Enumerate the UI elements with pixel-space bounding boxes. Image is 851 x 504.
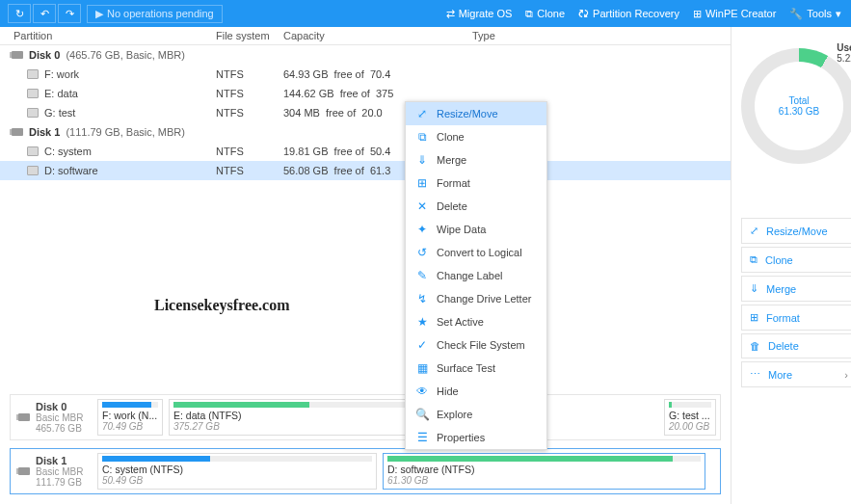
disk-icon (18, 467, 30, 475)
action-icon: ⊞ (750, 311, 758, 324)
action-icon: ⋯ (750, 368, 760, 381)
ctx-icon: ✦ (415, 223, 429, 236)
migrate-os-button[interactable]: ⇄Migrate OS (446, 8, 513, 20)
action-icon: 🗑 (750, 340, 760, 352)
ctx-properties[interactable]: ☰Properties (406, 426, 546, 449)
ctx-icon: ⇓ (415, 153, 429, 167)
chevron-right-icon: › (844, 369, 848, 381)
clone-button[interactable]: ⧉Clone (525, 8, 565, 20)
ctx-change-drive-letter[interactable]: ↯Change Drive Letter (406, 287, 546, 310)
chevron-down-icon: ▾ (836, 8, 841, 20)
action-clone[interactable]: ⧉Clone (741, 247, 851, 273)
col-filesystem: File system (216, 30, 283, 41)
ctx-icon: ★ (415, 315, 429, 329)
ctx-icon: ▦ (415, 361, 429, 375)
ctx-wipe-data[interactable]: ✦Wipe Data (406, 218, 546, 241)
partition-row[interactable]: C: system NTFS 19.81 GB free of 50.4 Act… (0, 142, 731, 161)
ctx-icon: ✎ (415, 269, 429, 282)
ctx-delete[interactable]: ✕Delete (406, 195, 546, 218)
clone-icon: ⧉ (525, 8, 533, 20)
watermark: Licensekeysfree.com (154, 297, 290, 314)
ctx-format[interactable]: ⊞Format (406, 172, 546, 195)
ctx-set-active[interactable]: ★Set Active (406, 310, 546, 333)
partition-icon (27, 108, 39, 118)
disk-icon (18, 413, 30, 421)
refresh-button[interactable]: ↻ (8, 4, 31, 23)
winpe-creator-button[interactable]: ⊞WinPE Creator (693, 8, 776, 20)
recovery-icon: 🗘 (578, 8, 589, 19)
ctx-clone[interactable]: ⧉Clone (406, 125, 546, 148)
ctx-icon: ⊞ (415, 176, 429, 190)
ctx-icon: ✓ (415, 338, 429, 352)
usage-donut: Used5.22 GB Total61.30 GB (741, 48, 851, 164)
ctx-icon: ↯ (415, 292, 429, 305)
ctx-resize-move[interactable]: ⤢Resize/Move (406, 102, 546, 125)
ctx-icon: 🔍 (415, 408, 429, 421)
ctx-check-file-system[interactable]: ✓Check File System (406, 333, 546, 357)
bar-partition[interactable]: G: test ...20.00 GB (664, 399, 716, 436)
ctx-icon: ⧉ (415, 130, 429, 144)
ctx-explore[interactable]: 🔍Explore (406, 403, 546, 426)
table-header: Partition File system Capacity Type (0, 27, 731, 45)
partition-icon (27, 69, 39, 79)
wrench-icon: 🔧 (789, 8, 803, 20)
ctx-surface-test[interactable]: ▦Surface Test (406, 357, 546, 380)
disk-map: Disk 0Basic MBR465.76 GB F: work (N...70… (0, 388, 731, 504)
action-more[interactable]: ⋯More› (741, 361, 851, 387)
ctx-icon: ☰ (415, 431, 429, 444)
context-menu: ⤢Resize/Move⧉Clone⇓Merge⊞Format✕Delete✦W… (405, 101, 547, 450)
ctx-merge[interactable]: ⇓Merge (406, 148, 546, 172)
ctx-change-label[interactable]: ✎Change Label (406, 264, 546, 287)
ctx-icon: 👁 (415, 385, 429, 398)
toolbar: ↻ ↶ ↷ ▶No operations pending ⇄Migrate OS… (0, 0, 851, 27)
tools-button[interactable]: 🔧Tools▾ (789, 8, 841, 20)
ctx-convert-to-logical[interactable]: ↺Convert to Logical (406, 241, 546, 264)
action-resize-move[interactable]: ⤢Resize/Move (741, 218, 851, 244)
quick-actions: ⤢Resize/Move⧉Clone⇓Merge⊞Format🗑Delete⋯M… (741, 218, 851, 387)
ctx-icon: ⤢ (415, 107, 429, 120)
pending-ops[interactable]: ▶No operations pending (87, 5, 223, 23)
windows-icon: ⊞ (693, 8, 702, 20)
partition-row[interactable]: E: data NTFS 144.62 GB free of 375 (0, 84, 731, 103)
side-panel: Used5.22 GB Total61.30 GB ⤢Resize/Move⧉C… (731, 27, 851, 504)
col-type: Type (472, 30, 731, 41)
col-partition: Partition (13, 30, 216, 41)
partition-icon (27, 146, 39, 156)
disk-icon (12, 51, 23, 59)
disk-row[interactable]: Disk 1 (111.79 GB, Basic, MBR) (0, 122, 731, 142)
disk-map-row[interactable]: Disk 1Basic MBR111.79 GB C: system (NTFS… (10, 448, 721, 494)
action-icon: ⤢ (750, 225, 758, 237)
migrate-icon: ⇄ (446, 8, 455, 20)
action-merge[interactable]: ⇓Merge (741, 276, 851, 302)
partition-recovery-button[interactable]: 🗘Partition Recovery (578, 8, 679, 19)
bar-partition[interactable]: F: work (N...70.49 GB (97, 399, 163, 436)
action-format[interactable]: ⊞Format (741, 305, 851, 331)
bar-partition[interactable]: C: system (NTFS)50.49 GB (97, 453, 377, 490)
ctx-hide[interactable]: 👁Hide (406, 380, 546, 403)
undo-button[interactable]: ↶ (33, 4, 56, 23)
partition-list: Disk 0 (465.76 GB, Basic, MBR)F: work NT… (0, 45, 731, 180)
bar-partition[interactable]: D: software (NTFS)61.30 GB (383, 453, 705, 490)
action-icon: ⧉ (750, 253, 758, 266)
action-icon: ⇓ (750, 282, 758, 295)
partition-row[interactable]: F: work NTFS 64.93 GB free of 70.4 (0, 65, 731, 84)
redo-button[interactable]: ↷ (58, 4, 81, 23)
ctx-icon: ↺ (415, 246, 429, 259)
col-capacity: Capacity (283, 30, 472, 41)
ctx-icon: ✕ (415, 199, 429, 213)
action-delete[interactable]: 🗑Delete (741, 333, 851, 358)
disk-row[interactable]: Disk 0 (465.76 GB, Basic, MBR) (0, 45, 731, 65)
partition-icon (27, 166, 39, 175)
partition-row[interactable]: G: test NTFS 304 MB free of 20.0 (0, 103, 731, 122)
disk-icon (12, 128, 23, 136)
partition-icon (27, 89, 39, 98)
disk-map-row[interactable]: Disk 0Basic MBR465.76 GB F: work (N...70… (10, 394, 721, 440)
partition-row[interactable]: D: software NTFS 56.08 GB free of 61.3 (0, 161, 731, 180)
